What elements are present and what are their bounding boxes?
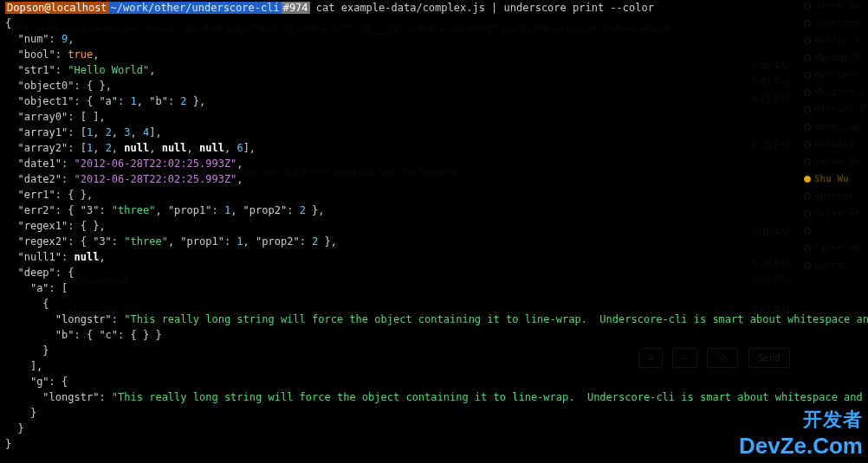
prompt-path: ~/work/other/underscore-cli — [109, 2, 282, 14]
prompt-user: Dopson@localhost — [5, 2, 109, 14]
command-line: cat example-data/complex.js | underscore… — [316, 2, 654, 14]
watermark: 开发者 DevZe.Com — [739, 407, 863, 460]
terminal[interactable]: Dopson@localhost~/work/other/underscore-… — [0, 0, 868, 452]
prompt-histnum: #974 — [282, 2, 310, 14]
watermark-line1: 开发者 — [739, 407, 863, 433]
watermark-line2: DevZe.Com — [739, 433, 863, 460]
